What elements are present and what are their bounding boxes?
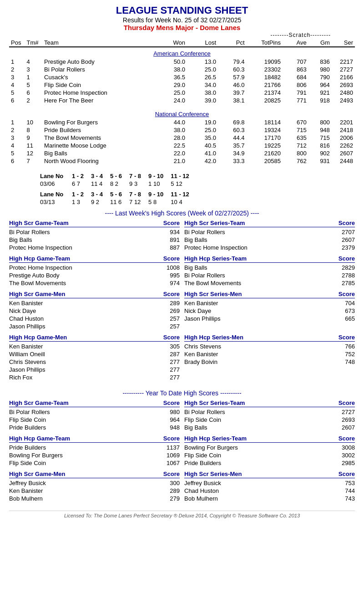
lane-value-cell: 11 6 (106, 198, 126, 206)
score-row: Big Balls2607 (184, 424, 355, 431)
score-section-lw_hcp_game_men: High Hcp Game-MenScoreKen Banister305Wil… (9, 334, 180, 381)
score-section-lw_scr_game_men: High Scr Game-MenScoreKen Banister289Nic… (9, 291, 180, 330)
ytd-scores: High Scr Game-TeamScoreBi Polar Rollers9… (9, 399, 355, 506)
lane-value-cell: 11 4 (87, 180, 106, 188)
scratch-label: --------Scratch--------- (247, 31, 355, 39)
scratch-header (9, 31, 156, 39)
standings-table: --------Scratch--------- Pos Tm# Team Wo… (9, 31, 355, 169)
score-section-ytd_scr_series_men: High Scr Series-MenScoreJeffrey Busick75… (184, 471, 355, 502)
score-row: The Bowl Movements2785 (184, 279, 355, 287)
score-section-title: High Scr Game-TeamScore (9, 399, 180, 407)
score-row: Jason Phillips257 (9, 322, 180, 330)
score-row: Ken Banister704 (184, 299, 355, 307)
scratch-spacer (156, 31, 218, 39)
score-row: Chad Huston257 (9, 315, 180, 322)
lane-header-cell: 3 - 4 (87, 190, 106, 198)
lane-value-cell: 6 7 (68, 180, 87, 188)
score-row: Bi Polar Rollers980 (9, 408, 180, 416)
score-section-title: High Scr Series-TeamScore (184, 399, 355, 407)
score-row: Chris Stevens277 (9, 358, 180, 366)
score-row: Flip Side Coin2693 (184, 416, 355, 424)
lane-value-cell: 9 3 (126, 180, 145, 188)
table-row: 14Prestige Auto Body50.013.079.419095707… (9, 58, 355, 66)
score-section-title: High Scr Game-MenScore (9, 471, 180, 478)
score-row: Jeffrey Busick753 (184, 479, 355, 487)
last-week-scores: High Scr Game-TeamScoreBi Polar Rollers9… (9, 220, 355, 385)
score-row: Flip Side Coin1067 (9, 459, 180, 467)
score-section-title: High Hcp Series-TeamScore (184, 435, 355, 443)
col-header-ave: Ave (283, 39, 308, 47)
table-row: 23Bi Polar Rollers38.025.060.32330286398… (9, 66, 355, 73)
score-row: Bi Polar Rollers2788 (184, 271, 355, 279)
page: LEAGUE STANDING SHEET Results for Week N… (0, 0, 364, 523)
table-row: 67North Wood Flooring21.042.033.32058576… (9, 157, 355, 165)
lane-value-cell: 03/13 (36, 198, 68, 206)
score-row: Bi Polar Rollers2707 (184, 228, 355, 236)
score-row: Chris Stevens766 (184, 343, 355, 350)
score-row: Big Balls2829 (184, 264, 355, 271)
score-row: Prestige Auto Body995 (9, 271, 180, 279)
score-section-title: High Hcp Series-TeamScore (184, 255, 355, 263)
col-header-tm: Tm# (25, 39, 43, 47)
lane-header-cell: Lane No (36, 190, 68, 198)
score-section-lw_scr_series_men: High Scr Series-MenScoreKen Banister704N… (184, 291, 355, 330)
lane-header-cell: Lane No (36, 172, 68, 180)
page-subtitle: Results for Week No. 25 of 32 02/27/2025 (9, 16, 355, 24)
score-section-title: High Scr Game-MenScore (9, 291, 180, 298)
score-section-lw_hcp_series_men: High Hcp Series-MenScoreChris Stevens766… (184, 334, 355, 381)
table-row: 62Here For The Beer24.039.038.1208257719… (9, 97, 355, 104)
lane-value-cell: 1 10 (145, 180, 167, 188)
footer: Licensed To: The Dome Lanes Perfect Secr… (9, 511, 355, 518)
score-section-ytd_hcp_series_team: High Hcp Series-TeamScoreBowling For Bur… (184, 435, 355, 467)
score-section-ytd_scr_series_team: High Scr Series-TeamScoreBi Polar Roller… (184, 399, 355, 431)
conference-header: National Conference (9, 108, 355, 118)
lane-table-week2: Lane No1 - 23 - 45 - 67 - 89 - 1011 - 12… (36, 190, 193, 206)
col-header-ser: Ser (332, 39, 355, 47)
score-row: Flip Side Coin964 (9, 416, 180, 424)
score-section-title: High Scr Game-TeamScore (9, 220, 180, 227)
score-row: Jeffrey Busick300 (9, 479, 180, 487)
league-name: Thursday Mens Major - Dome Lanes (9, 24, 355, 31)
lane-value-cell: 10 4 (167, 198, 192, 206)
score-section-title: High Hcp Game-TeamScore (9, 255, 180, 263)
score-section-title: High Scr Series-MenScore (184, 471, 355, 478)
last-week-title: ---- Last Week's High Scores (Week of 02… (9, 210, 355, 217)
score-row: Big Balls2607 (184, 236, 355, 244)
score-row: Flip Side Coin3002 (184, 451, 355, 459)
score-section-title: High Hcp Game-MenScore (9, 334, 180, 342)
score-row: Ken Banister289 (9, 299, 180, 307)
score-row: Ken Banister289 (9, 487, 180, 495)
lane-value-cell: 03/06 (36, 180, 68, 188)
score-section-title: High Scr Series-TeamScore (184, 220, 355, 227)
lane-header-cell: 11 - 12 (167, 172, 192, 180)
score-row: Bowling For Burgers1069 (9, 451, 180, 459)
score-row: Bi Polar Rollers934 (9, 228, 180, 236)
score-row: William Oneill287 (9, 350, 180, 358)
table-row: 31Cusack's36.526.557.9184826847902166 (9, 73, 355, 81)
score-row: Bowling For Burgers3008 (184, 444, 355, 451)
score-section-title: High Hcp Game-TeamScore (9, 435, 180, 443)
lane-header-cell: 1 - 2 (68, 190, 87, 198)
lane-value-cell: 7 12 (126, 198, 145, 206)
table-row: 411Marinette Moose Lodge22.540.535.71922… (9, 142, 355, 149)
score-section-ytd_hcp_game_team: High Hcp Game-TeamScorePride Builders113… (9, 435, 180, 467)
lane-header-cell: 7 - 8 (126, 190, 145, 198)
score-row: Pride Builders948 (9, 424, 180, 431)
table-row: 56Protec Home Inspection25.038.039.72137… (9, 89, 355, 97)
score-row: Big Balls891 (9, 236, 180, 244)
score-row: Bob Mulhern279 (9, 495, 180, 502)
score-section-lw_scr_series_team: High Scr Series-TeamScoreBi Polar Roller… (184, 220, 355, 251)
col-header-pct: Pct (218, 39, 246, 47)
lane-header-cell: 9 - 10 (145, 172, 167, 180)
score-section-title: High Scr Series-MenScore (184, 291, 355, 298)
score-section-ytd_scr_game_men: High Scr Game-MenScoreJeffrey Busick300K… (9, 471, 180, 502)
lane-header-cell: 3 - 4 (87, 172, 106, 180)
col-header-team: Team (42, 39, 156, 47)
score-row: Bi Polar Rollers2727 (184, 408, 355, 416)
score-row: Bob Mulhern743 (184, 495, 355, 502)
lane-header-cell: 11 - 12 (167, 190, 192, 198)
lane-value-cell: 9 2 (87, 198, 106, 206)
lane-value-cell: 5 12 (167, 180, 192, 188)
score-section-lw_hcp_series_team: High Hcp Series-TeamScoreBig Balls2829Bi… (184, 255, 355, 287)
lane-header-cell: 7 - 8 (126, 172, 145, 180)
